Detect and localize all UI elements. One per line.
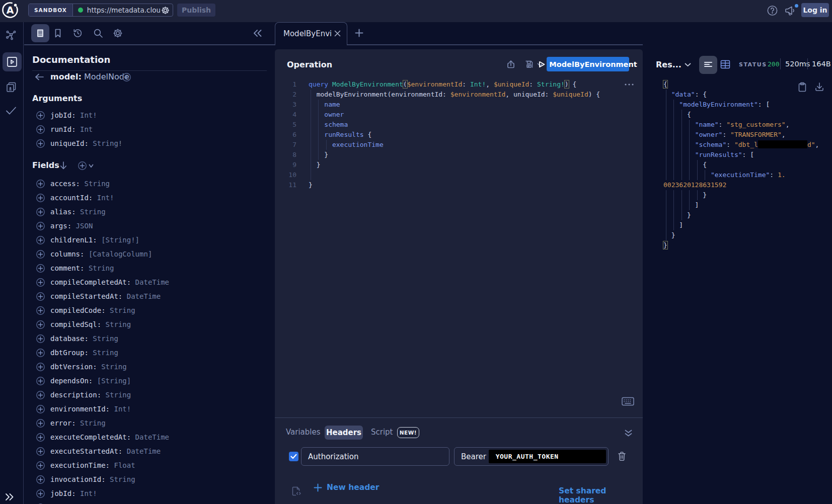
- rail-explorer-selected[interactable]: [3, 52, 22, 71]
- svg-text:A: A: [7, 5, 14, 16]
- run-button[interactable]: ModelByEnvironment: [547, 57, 629, 71]
- history-tab[interactable]: [72, 28, 83, 38]
- rail-schema[interactable]: [5, 29, 17, 41]
- response-title: Res...: [656, 60, 682, 69]
- tab-bar: ModelByEnvi...: [275, 22, 832, 44]
- help-button[interactable]: [767, 5, 778, 16]
- search-tab[interactable]: [93, 28, 103, 38]
- operation-menu[interactable]: [624, 83, 634, 86]
- left-rail: [0, 22, 24, 504]
- apollo-sandbox-explorer: A SANDBOX https://metadata.cloud.getdbt.…: [0, 0, 832, 504]
- header-key-input[interactable]: Authorization: [301, 447, 449, 466]
- response-size: 164B: [812, 60, 831, 68]
- top-bar: A SANDBOX https://metadata.cloud.getdbt.…: [0, 0, 832, 22]
- operation-title: Operation: [287, 60, 332, 69]
- apollo-logo: A: [1, 1, 19, 19]
- delete-header[interactable]: [617, 451, 627, 461]
- rail-expand[interactable]: [5, 493, 14, 501]
- fields-sort[interactable]: [60, 161, 67, 170]
- rail-collections[interactable]: [6, 81, 17, 93]
- settings-tab[interactable]: [113, 28, 123, 38]
- new-badge: NEW!: [397, 427, 419, 438]
- view-raw-selected[interactable]: [699, 56, 717, 74]
- variables-tab[interactable]: Variables: [286, 428, 321, 437]
- close-tab[interactable]: [334, 30, 341, 37]
- endpoint-pill: SANDBOX https://metadata.cloud.getdbt.co…: [28, 4, 173, 17]
- sandbox-label: SANDBOX: [29, 4, 73, 16]
- status-code: 200: [768, 60, 779, 68]
- docs-title: Documentation: [32, 54, 110, 65]
- response-select[interactable]: [685, 62, 691, 67]
- response-time: 520ms: [785, 60, 810, 68]
- panel-divider: [275, 417, 643, 418]
- share-operation[interactable]: [506, 59, 516, 69]
- docs-tab-selected[interactable]: [31, 24, 49, 42]
- collapse-docs[interactable]: [253, 29, 262, 37]
- view-table[interactable]: [720, 60, 730, 69]
- docs-fields-title: Fields: [32, 160, 59, 171]
- line-numbers: 1 2 3 4 5 6 7 8 9 10 11: [282, 79, 296, 190]
- endpoint-url[interactable]: https://metadata.cloud.getdbt.com/graphq…: [73, 4, 173, 16]
- set-shared-headers[interactable]: Set shared headers: [559, 486, 643, 504]
- docs-model-title: model: ModelNode: [50, 72, 129, 82]
- script-tab[interactable]: Script: [371, 428, 393, 437]
- docs-toolbar: [24, 22, 275, 44]
- collapse-bottom[interactable]: [624, 429, 633, 438]
- operation-tab[interactable]: ModelByEnvi...: [275, 22, 347, 45]
- bookmarks-tab[interactable]: [53, 28, 62, 38]
- publish-button[interactable]: Publish: [177, 4, 215, 17]
- header-check[interactable]: [289, 452, 298, 461]
- status-label: STATUS: [739, 61, 767, 68]
- docs-back[interactable]: [35, 73, 44, 80]
- rail-checks[interactable]: [6, 107, 17, 115]
- docs-arguments-title: Arguments: [32, 94, 82, 104]
- keyboard-shortcuts[interactable]: [622, 397, 634, 406]
- save-operation[interactable]: [524, 59, 534, 69]
- login-button[interactable]: Log in: [801, 3, 829, 17]
- shared-script-icon: [291, 486, 301, 496]
- new-header-button[interactable]: New header: [314, 483, 379, 492]
- json-body: { "data": { "modelByEnvironment": [ { "n…: [663, 79, 819, 250]
- header-value-input[interactable]: Bearer YOUR_AUTH_TOKEN: [454, 447, 609, 466]
- announce-button[interactable]: [784, 5, 797, 17]
- operation-code: query ModelByEnvironment($environmentId:…: [309, 79, 600, 190]
- new-tab[interactable]: [355, 29, 363, 37]
- headers-tab[interactable]: Headers: [325, 426, 363, 440]
